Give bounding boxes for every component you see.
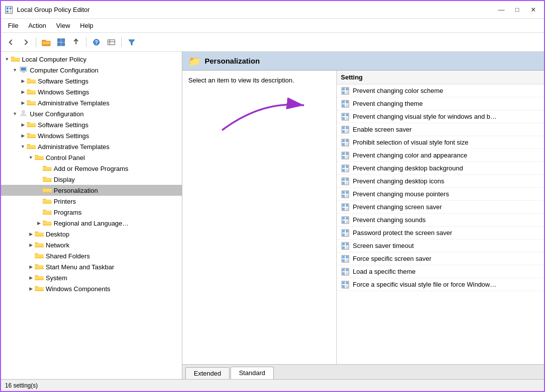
svg-rect-72: [342, 221, 345, 223]
tree-start-menu[interactable]: ▶ Start Menu and Taskbar: [1, 261, 182, 272]
svg-rect-16: [22, 72, 25, 73]
svg-rect-41: [346, 140, 348, 142]
tree-system[interactable]: ▶ System: [1, 272, 182, 283]
setting-icon-10: [341, 216, 350, 225]
windows-components-icon: [35, 285, 44, 293]
setting-row[interactable]: Enable screen saver: [337, 123, 544, 136]
svg-rect-85: [342, 256, 345, 258]
svg-rect-1: [6, 7, 8, 9]
admin-templates-1-icon: [27, 99, 36, 107]
pane-header: 📁 Personalization: [182, 52, 544, 71]
setting-label: Prevent changing mouse pointers: [353, 190, 449, 198]
tab-standard[interactable]: Standard: [231, 367, 274, 379]
setting-row[interactable]: Prohibit selection of visual style font …: [337, 136, 544, 149]
close-button[interactable]: ✕: [526, 4, 540, 16]
setting-row[interactable]: Password protect the screen saver: [337, 227, 544, 239]
setting-row[interactable]: Load a specific theme: [337, 265, 544, 278]
menu-action[interactable]: Action: [23, 20, 51, 31]
svg-rect-66: [346, 204, 348, 207]
tree-win-settings-2[interactable]: ▶ Windows Settings: [1, 130, 182, 141]
tree-pane[interactable]: ▼ Local Computer Policy ▼: [1, 52, 182, 379]
windows-components-label: Windows Components: [46, 285, 110, 293]
setting-row[interactable]: Force specific screen saver: [337, 252, 544, 265]
setting-row[interactable]: Prevent changing desktop background: [337, 162, 544, 175]
description-text: Select an item to view its description.: [188, 77, 294, 84]
setting-label: Prevent changing theme: [353, 100, 423, 107]
tree-computer-config[interactable]: ▼ Computer Configuration: [1, 65, 182, 76]
shared-folders-label: Shared Folders: [46, 252, 90, 260]
tree-shared-folders[interactable]: Shared Folders: [1, 250, 182, 261]
toolbar: ?: [1, 33, 544, 52]
setting-row[interactable]: Force a specific visual style file or fo…: [337, 278, 544, 291]
display-icon: [43, 175, 52, 183]
show-hide-button[interactable]: [54, 35, 68, 49]
admin-templates-2-label: Administrative Templates: [38, 143, 109, 151]
tree-control-panel[interactable]: ▼ Control Panel: [1, 152, 182, 163]
tree-root[interactable]: ▼ Local Computer Policy: [1, 54, 182, 65]
menu-help[interactable]: Help: [75, 20, 98, 31]
svg-rect-53: [346, 169, 348, 171]
menu-file[interactable]: File: [3, 20, 23, 31]
setting-label: Force specific screen saver: [353, 255, 431, 262]
tree-desktop[interactable]: ▶ Desktop: [1, 229, 182, 239]
svg-rect-60: [342, 191, 345, 194]
svg-rect-52: [342, 169, 345, 171]
setting-row[interactable]: Prevent changing mouse pointers: [337, 188, 544, 201]
tree-admin-templates-2[interactable]: ▼ Administrative Templates: [1, 141, 182, 152]
tree-printers[interactable]: Printers: [1, 196, 182, 207]
tree-user-config[interactable]: ▼ User Configuration: [1, 108, 182, 119]
svg-rect-77: [342, 234, 345, 236]
tree-network[interactable]: ▶ Network: [1, 239, 182, 250]
display-label: Display: [54, 176, 75, 183]
setting-row[interactable]: Prevent changing color and appearance: [337, 149, 544, 162]
tree-add-remove[interactable]: Add or Remove Programs: [1, 163, 182, 174]
settings-list[interactable]: Prevent changing color scheme Prevent ch…: [337, 84, 544, 291]
admin-templates-1-label: Administrative Templates: [38, 99, 109, 107]
tree-display[interactable]: Display: [1, 174, 182, 185]
printers-icon: [43, 197, 52, 205]
shared-folders-icon: [35, 252, 44, 260]
start-menu-expander: ▶: [27, 263, 35, 271]
start-menu-icon: [35, 263, 44, 271]
forward-button[interactable]: [19, 35, 33, 49]
setting-row[interactable]: Prevent changing screen saver: [337, 201, 544, 214]
svg-rect-32: [342, 117, 345, 120]
browse-folder-button[interactable]: [39, 35, 53, 49]
tree-admin-templates-1[interactable]: ▶ Administrative Templates: [1, 97, 182, 108]
export-button[interactable]: [104, 35, 118, 49]
back-button[interactable]: [4, 35, 18, 49]
tree-sw-settings-2[interactable]: ▶ Software Settings: [1, 119, 182, 130]
tree-programs[interactable]: Programs: [1, 207, 182, 218]
setting-row[interactable]: Prevent changing visual style for window…: [337, 110, 544, 123]
filter-button[interactable]: [125, 35, 139, 49]
up-button[interactable]: [69, 35, 83, 49]
svg-rect-55: [342, 178, 345, 181]
setting-label: Load a specific theme: [353, 268, 415, 275]
control-panel-label: Control Panel: [46, 154, 85, 161]
programs-icon: [43, 208, 52, 216]
add-remove-icon: [43, 164, 52, 172]
help-button[interactable]: ?: [89, 35, 103, 49]
minimize-button[interactable]: —: [494, 4, 508, 16]
window-controls: — □ ✕: [494, 4, 540, 16]
setting-row[interactable]: Prevent changing desktop icons: [337, 175, 544, 188]
user-config-label: User Configuration: [30, 110, 83, 118]
setting-icon-8: [341, 190, 350, 199]
maximize-button[interactable]: □: [510, 4, 524, 16]
app-icon: [5, 6, 13, 14]
tree-regional[interactable]: ▶ Regional and Language…: [1, 218, 182, 229]
svg-rect-91: [346, 269, 348, 271]
regional-icon: [43, 219, 52, 227]
tree-win-settings-1[interactable]: ▶ Windows Settings: [1, 86, 182, 97]
control-panel-icon: [35, 154, 44, 161]
menu-view[interactable]: View: [51, 20, 75, 31]
setting-row[interactable]: Screen saver timeout: [337, 239, 544, 252]
tree-sw-settings-1[interactable]: ▶ Software Settings: [1, 76, 182, 86]
tab-extended[interactable]: Extended: [185, 367, 230, 379]
setting-row[interactable]: Prevent changing theme: [337, 97, 544, 110]
svg-rect-40: [342, 140, 345, 142]
tree-windows-components[interactable]: ▶ Windows Components: [1, 283, 182, 294]
setting-row[interactable]: Prevent changing color scheme: [337, 84, 544, 97]
setting-row[interactable]: Prevent changing sounds: [337, 214, 544, 227]
tree-personalization[interactable]: Personalization: [1, 185, 182, 196]
